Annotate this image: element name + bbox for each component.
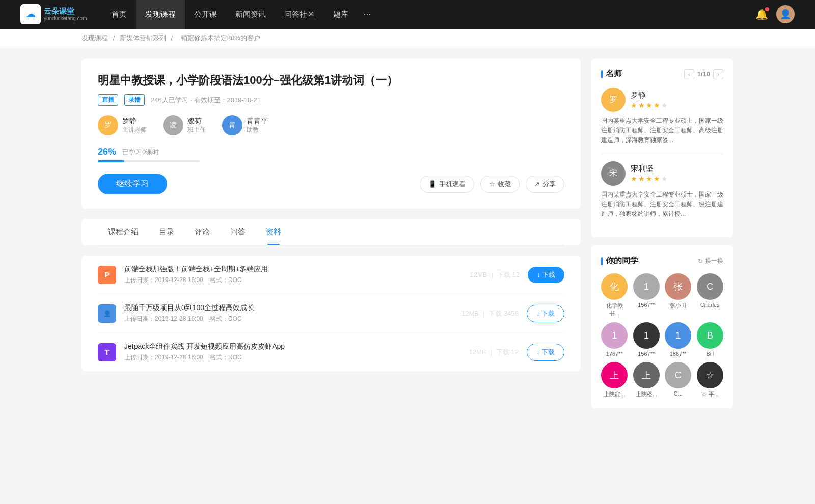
classmate-9-avatar: 上 — [601, 362, 628, 388]
progress-percent: 26% — [98, 147, 116, 157]
user-avatar[interactable]: 👤 — [776, 5, 795, 23]
star-icon: ☆ — [489, 180, 495, 188]
course-card: 明星中教授课，小学阶段语法100分–强化级第1讲动词（一） 直播 录播 246人… — [82, 59, 581, 209]
classmate-1-name: 化学教书... — [601, 302, 628, 317]
resource-2-download-button[interactable]: ↓ 下载 — [527, 305, 564, 322]
nav-news[interactable]: 新闻资讯 — [226, 0, 275, 29]
classmate-1-avatar: 化 — [601, 273, 628, 300]
classmates-header: 你的同学 ↻ 换一换 — [601, 256, 723, 266]
tab-intro[interactable]: 课程介绍 — [98, 219, 149, 245]
teacher-1-avatar: 罗 — [98, 115, 118, 135]
progress-section: 26% 已学习0课时 — [98, 147, 564, 162]
breadcrumb-item-1[interactable]: 发现课程 — [82, 34, 108, 42]
resource-1-meta: 上传日期：2019-12-28 16:00 格式：DOC — [124, 276, 461, 285]
share-icon: ↗ — [534, 180, 540, 188]
teacher-1: 罗 罗静 主讲老师 — [98, 115, 147, 135]
teacher-2-avatar: 凌 — [163, 115, 183, 135]
tab-comment[interactable]: 评论 — [184, 219, 220, 245]
classmate-8: B Bill — [697, 322, 724, 357]
course-meta: 直播 录播 246人已学习 · 有效期至：2019-10-21 — [98, 94, 564, 106]
nav-open-course[interactable]: 公开课 — [185, 0, 226, 29]
classmate-11-name: C... — [674, 390, 683, 397]
header-right: 🔔 👤 — [755, 5, 795, 23]
breadcrumb-item-2[interactable]: 新媒体营销系列 — [120, 34, 166, 42]
nav-quiz[interactable]: 题库 — [324, 0, 358, 29]
sidebar-teacher-2-info: 宋利坚 ★ ★ ★ ★ ★ — [631, 164, 668, 183]
badge-live: 直播 — [98, 94, 118, 106]
share-button[interactable]: ↗ 分享 — [526, 176, 564, 193]
main-layout: 明星中教授课，小学阶段语法100分–强化级第1讲动词（一） 直播 录播 246人… — [0, 48, 815, 503]
progress-bar-fill — [98, 160, 124, 162]
resource-3-meta: 上传日期：2019-12-28 16:00 格式：DOC — [124, 353, 460, 362]
classmate-2: 1 1567** — [633, 273, 660, 317]
nav-discover[interactable]: 发现课程 — [136, 0, 185, 29]
refresh-icon: ↻ — [698, 258, 703, 265]
teacher-2-info: 凌荷 班主任 — [187, 117, 206, 134]
mobile-icon: 📱 — [428, 180, 437, 188]
sidebar: 名师 ‹ 1/10 › 罗 罗静 ★ ★ ★ — [591, 59, 734, 493]
classmate-4-avatar: C — [697, 273, 723, 300]
teacher-divider — [601, 154, 723, 154]
course-meta-text: 246人已学习 · 有效期至：2019-10-21 — [151, 96, 261, 105]
breadcrumb: 发现课程 / 新媒体营销系列 / 销冠修炼术搞定80%的客户 — [0, 29, 815, 48]
teachers-next-button[interactable]: › — [713, 69, 723, 79]
refresh-classmates-button[interactable]: ↻ 换一换 — [698, 257, 723, 265]
resource-item-3: T Jetpack全组件实战 开发短视频应用高仿皮皮虾App 上传日期：2019… — [98, 333, 564, 371]
tab-resources[interactable]: 资料 — [256, 219, 291, 245]
classmate-6-avatar: 1 — [633, 322, 660, 349]
logo[interactable]: ☁ 云朵课堂 yunduoketang.com — [20, 4, 87, 24]
mobile-view-button[interactable]: 📱 手机观看 — [420, 176, 474, 193]
course-actions: 继续学习 📱 手机观看 ☆ 收藏 ↗ 分享 — [98, 174, 564, 194]
teachers-pagination: ‹ 1/10 › — [684, 69, 723, 79]
resource-3-download-button[interactable]: ↓ 下载 — [527, 344, 564, 361]
tab-qa[interactable]: 问答 — [220, 219, 256, 245]
sidebar-teacher-1-stars: ★ ★ ★ ★ ★ — [631, 101, 668, 109]
progress-label: 已学习0课时 — [122, 148, 159, 157]
sidebar-teacher-2-stars: ★ ★ ★ ★ ★ — [631, 175, 668, 183]
classmate-3-name: 张小田 — [670, 302, 687, 310]
classmate-6-name: 1567** — [638, 351, 655, 357]
action-buttons: 📱 手机观看 ☆ 收藏 ↗ 分享 — [420, 176, 564, 193]
teacher-3-role: 助教 — [247, 126, 268, 134]
resource-1-info: 前端全栈加强版！前端全栈+全周期+多端应用 上传日期：2019-12-28 16… — [124, 265, 461, 285]
teachers-section: 罗 罗静 主讲老师 凌 凌荷 班主任 青 青青平 — [98, 115, 564, 135]
classmate-10-avatar: 上 — [633, 362, 660, 388]
classmate-9: 上 上院能... — [601, 362, 628, 398]
nav-qa[interactable]: 问答社区 — [275, 0, 324, 29]
resource-1-stats: 12MB | 下载 12 — [470, 270, 519, 279]
classmate-12: ☆ ☆ 平... — [697, 362, 724, 398]
sidebar-teacher-2-header: 宋 宋利坚 ★ ★ ★ ★ ★ — [601, 161, 723, 186]
logo-icon: ☁ — [20, 4, 41, 24]
sidebar-teacher-1-header: 罗 罗静 ★ ★ ★ ★ ★ — [601, 88, 723, 112]
teacher-2-name: 凌荷 — [187, 117, 206, 126]
tab-catalog[interactable]: 目录 — [149, 219, 184, 245]
nav-home[interactable]: 首页 — [102, 0, 136, 29]
course-title: 明星中教授课，小学阶段语法100分–强化级第1讲动词（一） — [98, 73, 564, 88]
teacher-2: 凌 凌荷 班主任 — [163, 115, 206, 135]
resource-2-info: 跟随千万级项目从0到100全过程高效成长 上传日期：2019-12-28 16:… — [124, 303, 453, 323]
classmate-4-name: Charles — [700, 302, 720, 308]
nav-more[interactable]: ··· — [358, 0, 377, 29]
teacher-3-name: 青青平 — [247, 117, 268, 126]
resource-1-icon: P — [98, 266, 116, 284]
classmate-3-avatar: 张 — [665, 273, 691, 300]
notification-bell[interactable]: 🔔 — [755, 8, 768, 20]
classmate-10-name: 上院楼... — [636, 390, 657, 398]
resource-3-name: Jetpack全组件实战 开发短视频应用高仿皮皮虾App — [124, 342, 460, 351]
classmate-11-avatar: C — [665, 362, 691, 388]
classmate-7: 1 1867** — [665, 322, 692, 357]
teachers-prev-button[interactable]: ‹ — [684, 69, 694, 79]
classmate-12-name: ☆ 平... — [701, 390, 719, 398]
resource-1-download-button[interactable]: ↓ 下载 — [528, 267, 564, 283]
title-bar-icon — [601, 70, 603, 78]
classmate-5-name: 1767** — [606, 351, 623, 357]
resource-2-stats: 12MB | 下载 3456 — [461, 309, 519, 318]
teachers-sidebar-title: 名师 ‹ 1/10 › — [601, 69, 723, 79]
teacher-3-info: 青青平 助教 — [247, 117, 268, 134]
collect-button[interactable]: ☆ 收藏 — [480, 176, 520, 193]
continue-study-button[interactable]: 继续学习 — [98, 174, 167, 194]
classmate-3: 张 张小田 — [665, 273, 692, 317]
sidebar-teacher-1-name: 罗静 — [631, 91, 668, 100]
resource-2-icon: 👤 — [98, 304, 116, 323]
teacher-1-name: 罗静 — [122, 117, 147, 126]
